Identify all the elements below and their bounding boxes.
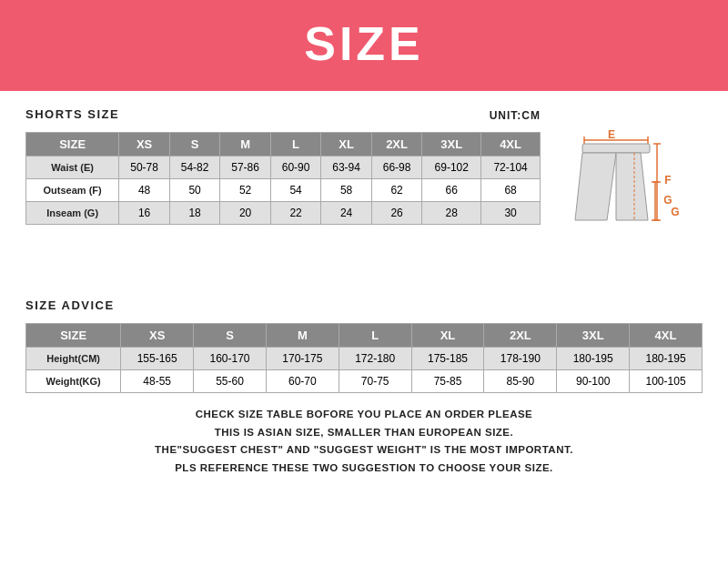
shorts-cell-0-5: 66-98 xyxy=(371,157,422,179)
shorts-cell-0-0: 50-78 xyxy=(119,157,170,179)
advice-cell-1-5: 85-90 xyxy=(484,370,557,393)
shorts-cell-1-5: 62 xyxy=(371,179,422,202)
shorts-cell-0-4: 63-94 xyxy=(321,157,372,179)
shorts-row-label-1: Outseam (F) xyxy=(26,179,119,202)
shorts-cell-2-3: 22 xyxy=(270,202,321,225)
shorts-table-wrapper: SHORTS SIZE UNIT:CM SIZEXSSMLXL2XL3XL4XL… xyxy=(25,107,541,225)
advice-cell-0-3: 172-180 xyxy=(339,348,411,370)
unit-label: UNIT:CM xyxy=(490,109,541,122)
shorts-col-8: 4XL xyxy=(481,133,541,157)
shorts-row-label-0: Waist (E) xyxy=(26,157,119,179)
footer-line: PLS REFERENCE THESE TWO SUGGESTION TO CH… xyxy=(25,460,703,478)
advice-cell-0-0: 155-165 xyxy=(121,348,194,370)
shorts-col-0: SIZE xyxy=(26,133,119,157)
shorts-cell-2-4: 24 xyxy=(321,202,372,225)
shorts-cell-1-0: 48 xyxy=(119,179,170,202)
shorts-cell-1-7: 68 xyxy=(481,179,541,202)
shorts-cell-1-1: 50 xyxy=(169,179,220,202)
shorts-row-0: Waist (E)50-7854-8257-8660-9063-9466-986… xyxy=(26,157,541,179)
shorts-cell-0-1: 54-82 xyxy=(169,157,220,179)
advice-col-8: 4XL xyxy=(630,324,703,348)
shorts-col-7: 3XL xyxy=(422,133,481,157)
advice-cell-1-3: 70-75 xyxy=(339,370,411,393)
advice-col-2: S xyxy=(194,324,267,348)
advice-row-1: Weight(KG)48-5555-6060-7070-7575-8585-90… xyxy=(26,370,703,393)
advice-col-1: XS xyxy=(121,324,194,348)
shorts-col-4: L xyxy=(270,133,321,157)
header: SIZE xyxy=(0,0,728,91)
advice-cell-0-6: 180-195 xyxy=(557,348,630,370)
shorts-col-6: 2XL xyxy=(371,133,422,157)
advice-section-label: SIZE ADVICE xyxy=(25,298,703,312)
page-title: SIZE xyxy=(0,16,728,71)
svg-text:G: G xyxy=(663,194,672,207)
footer-line: THE"SUGGEST CHEST" AND "SUGGEST WEIGHT" … xyxy=(25,441,703,460)
advice-cell-0-2: 170-175 xyxy=(266,348,339,370)
svg-text:G: G xyxy=(671,206,679,218)
advice-col-7: 3XL xyxy=(557,324,630,348)
shorts-cell-2-6: 28 xyxy=(422,202,481,225)
advice-cell-1-6: 90-100 xyxy=(557,370,630,393)
advice-row-label-1: Weight(KG) xyxy=(26,370,121,393)
advice-col-6: 2XL xyxy=(484,324,557,348)
advice-row-label-0: Height(CM) xyxy=(26,348,121,370)
shorts-cell-1-3: 54 xyxy=(270,179,321,202)
advice-col-0: SIZE xyxy=(26,324,121,348)
advice-cell-0-1: 160-170 xyxy=(194,348,267,370)
svg-text:E: E xyxy=(608,129,615,141)
advice-cell-0-7: 180-195 xyxy=(630,348,703,370)
advice-col-5: XL xyxy=(411,324,484,348)
shorts-row-1: Outseam (F)4850525458626668 xyxy=(26,179,541,202)
footer-note: CHECK SIZE TABLE BOFORE YOU PLACE AN ORD… xyxy=(25,406,703,477)
advice-col-3: M xyxy=(266,324,339,348)
advice-cell-1-0: 48-55 xyxy=(121,370,194,393)
advice-cell-1-1: 55-60 xyxy=(194,370,267,393)
advice-section: SIZE ADVICE SIZEXSSMLXL2XL3XL4XL Height(… xyxy=(25,298,703,393)
advice-cell-0-4: 175-185 xyxy=(411,348,484,370)
shorts-cell-2-0: 16 xyxy=(119,202,170,225)
shorts-size-section: SHORTS SIZE UNIT:CM SIZEXSSMLXL2XL3XL4XL… xyxy=(25,107,703,278)
shorts-col-2: S xyxy=(169,133,220,157)
shorts-cell-1-6: 66 xyxy=(422,179,481,202)
shorts-cell-0-7: 72-104 xyxy=(481,157,541,179)
advice-cell-1-2: 60-70 xyxy=(266,370,339,393)
shorts-cell-0-2: 57-86 xyxy=(220,157,271,179)
advice-col-4: L xyxy=(339,324,411,348)
advice-cell-1-7: 100-105 xyxy=(630,370,703,393)
advice-cell-1-4: 75-85 xyxy=(411,370,484,393)
shorts-cell-1-2: 52 xyxy=(220,179,271,202)
footer-line: CHECK SIZE TABLE BOFORE YOU PLACE AN ORD… xyxy=(25,406,703,424)
size-diagram: E F G xyxy=(557,129,703,278)
shorts-size-table: SIZEXSSMLXL2XL3XL4XL Waist (E)50-7854-82… xyxy=(25,132,541,225)
shorts-row-2: Inseam (G)1618202224262830 xyxy=(26,202,541,225)
shorts-cell-2-2: 20 xyxy=(220,202,271,225)
shorts-cell-2-7: 30 xyxy=(481,202,541,225)
shorts-row-label-2: Inseam (G) xyxy=(26,202,119,225)
footer-line: THIS IS ASIAN SIZE, SMALLER THAN EUROPEA… xyxy=(25,424,703,442)
advice-row-0: Height(CM)155-165160-170170-175172-18017… xyxy=(26,348,703,370)
shorts-cell-2-5: 26 xyxy=(371,202,422,225)
advice-table-header: SIZEXSSMLXL2XL3XL4XL xyxy=(26,324,703,348)
shorts-col-1: XS xyxy=(119,133,170,157)
shorts-col-3: M xyxy=(220,133,271,157)
shorts-cell-0-6: 69-102 xyxy=(422,157,481,179)
shorts-col-5: XL xyxy=(321,133,372,157)
advice-table: SIZEXSSMLXL2XL3XL4XL Height(CM)155-16516… xyxy=(25,323,703,393)
main-content: SHORTS SIZE UNIT:CM SIZEXSSMLXL2XL3XL4XL… xyxy=(0,91,728,491)
shorts-section-label: SHORTS SIZE xyxy=(25,107,119,121)
shorts-cell-2-1: 18 xyxy=(169,202,220,225)
advice-cell-0-5: 178-190 xyxy=(484,348,557,370)
shorts-table-header: SIZEXSSMLXL2XL3XL4XL xyxy=(26,133,541,157)
diagram-svg: E F G xyxy=(557,129,703,275)
shorts-cell-1-4: 58 xyxy=(321,179,372,202)
svg-text:F: F xyxy=(664,174,671,187)
shorts-cell-0-3: 60-90 xyxy=(270,157,321,179)
svg-rect-4 xyxy=(582,144,650,153)
